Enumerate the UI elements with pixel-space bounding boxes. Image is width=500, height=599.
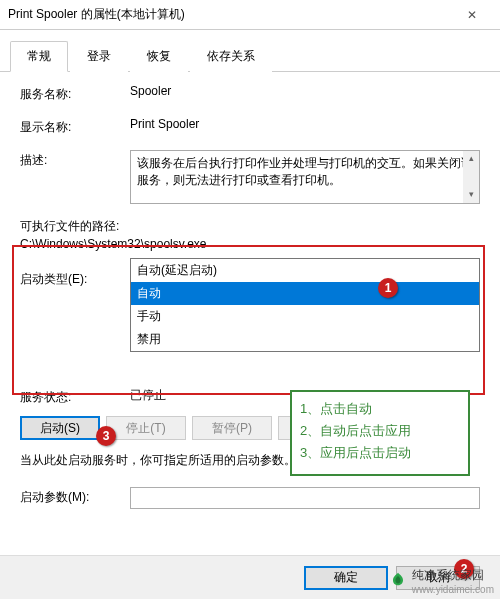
startup-type-dropdown[interactable]: 自动(延迟启动) 自动 手动 禁用 — [130, 258, 480, 352]
tab-logon[interactable]: 登录 — [70, 41, 128, 72]
tab-recovery-label: 恢复 — [147, 49, 171, 63]
description-text: 该服务在后台执行打印作业并处理与打印机的交互。如果关闭该服务，则无法进行打印或查… — [137, 156, 473, 187]
dropdown-item-label: 自动 — [137, 286, 161, 300]
tab-general[interactable]: 常规 — [10, 41, 68, 72]
description-label: 描述: — [20, 150, 130, 169]
dropdown-item-manual[interactable]: 手动 — [131, 305, 479, 328]
display-name-value: Print Spooler — [130, 117, 480, 131]
scroll-down-icon[interactable]: ▾ — [463, 187, 479, 203]
startup-type-label: 启动类型(E): — [20, 269, 130, 288]
annotation-marker-3: 3 — [96, 426, 116, 446]
note-line-1: 1、点击自动 — [300, 398, 460, 420]
scroll-up-icon[interactable]: ▴ — [463, 151, 479, 167]
pause-button: 暂停(P) — [192, 416, 272, 440]
start-param-input[interactable] — [130, 487, 480, 509]
ok-button[interactable]: 确定 — [304, 566, 388, 590]
annotation-marker-1: 1 — [378, 278, 398, 298]
stop-button-label: 停止(T) — [126, 420, 165, 437]
exe-path-value: C:\Windows\System32\spoolsv.exe — [20, 237, 480, 251]
watermark-logo-icon — [388, 571, 408, 591]
stop-button: 停止(T) — [106, 416, 186, 440]
close-icon: ✕ — [467, 8, 477, 22]
note-line-3: 3、应用后点击启动 — [300, 442, 460, 464]
title-bar: Print Spooler 的属性(本地计算机) ✕ — [0, 0, 500, 30]
tab-strip: 常规 登录 恢复 依存关系 — [0, 30, 500, 72]
tab-general-label: 常规 — [27, 49, 51, 63]
window-title: Print Spooler 的属性(本地计算机) — [8, 6, 452, 23]
start-param-label: 启动参数(M): — [20, 487, 130, 506]
row-description: 描述: 该服务在后台执行打印作业并处理与打印机的交互。如果关闭该服务，则无法进行… — [20, 150, 480, 204]
watermark: 纯净系统家园 www.yidaimei.com — [382, 563, 500, 599]
start-button-label: 启动(S) — [40, 420, 80, 437]
start-button[interactable]: 启动(S) — [20, 416, 100, 440]
dropdown-item-label: 手动 — [137, 309, 161, 323]
row-display-name: 显示名称: Print Spooler — [20, 117, 480, 136]
watermark-url: www.yidaimei.com — [412, 584, 494, 595]
watermark-brand: 纯净系统家园 — [412, 567, 494, 584]
ok-button-label: 确定 — [334, 569, 358, 586]
row-start-params: 启动参数(M): — [20, 487, 480, 509]
row-service-name: 服务名称: Spooler — [20, 84, 480, 103]
description-scrollbar[interactable]: ▴ ▾ — [463, 151, 479, 203]
tab-dependencies[interactable]: 依存关系 — [190, 41, 272, 72]
note-line-2: 2、自动后点击应用 — [300, 420, 460, 442]
display-name-label: 显示名称: — [20, 117, 130, 136]
close-button[interactable]: ✕ — [452, 5, 492, 25]
tab-dependencies-label: 依存关系 — [207, 49, 255, 63]
tab-recovery[interactable]: 恢复 — [130, 41, 188, 72]
dropdown-item-auto-delayed[interactable]: 自动(延迟启动) — [131, 259, 479, 282]
watermark-text: 纯净系统家园 www.yidaimei.com — [412, 567, 494, 595]
dropdown-item-label: 自动(延迟启动) — [137, 263, 217, 277]
dropdown-item-auto[interactable]: 自动 — [131, 282, 479, 305]
pause-button-label: 暂停(P) — [212, 420, 252, 437]
service-name-value: Spooler — [130, 84, 480, 98]
exe-path-label: 可执行文件的路径: — [20, 218, 480, 235]
dropdown-item-label: 禁用 — [137, 332, 161, 346]
dropdown-item-disabled[interactable]: 禁用 — [131, 328, 479, 351]
annotation-note-box: 1、点击自动 2、自动后点击应用 3、应用后点击启动 — [290, 390, 470, 476]
tab-logon-label: 登录 — [87, 49, 111, 63]
service-status-label: 服务状态: — [20, 387, 130, 406]
service-name-label: 服务名称: — [20, 84, 130, 103]
description-textbox[interactable]: 该服务在后台执行打印作业并处理与打印机的交互。如果关闭该服务，则无法进行打印或查… — [130, 150, 480, 204]
